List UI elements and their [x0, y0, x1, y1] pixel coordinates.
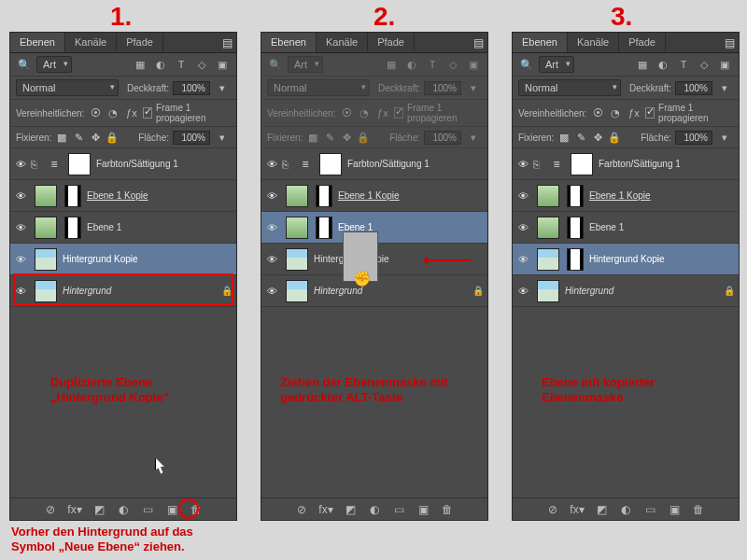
tab-paths[interactable]: Pfade — [619, 33, 666, 52]
layer-row[interactable]: 👁Ebene 1 — [513, 212, 739, 244]
visibility-icon[interactable]: 👁 — [261, 190, 282, 202]
fx-icon[interactable]: fx▾ — [570, 503, 585, 516]
propagate-checkbox[interactable] — [645, 107, 655, 119]
mask-icon[interactable]: ◩ — [343, 503, 358, 516]
mask-thumbnail[interactable] — [567, 217, 584, 239]
mask-thumbnail[interactable] — [567, 248, 584, 271]
filter-type-icon[interactable]: T — [173, 57, 190, 72]
layer-thumbnail[interactable] — [537, 280, 559, 302]
new-layer-icon[interactable]: ▣ — [667, 503, 682, 516]
filter-adjust-icon[interactable]: ◐ — [403, 57, 420, 72]
lock-pixels-icon[interactable]: ▩ — [55, 132, 68, 144]
visibility-icon[interactable]: 👁 — [513, 254, 533, 265]
layer-row[interactable]: 👁Hintergrund Kopie — [513, 244, 739, 275]
visibility-icon[interactable]: 👁 — [261, 286, 282, 297]
visibility-icon[interactable]: 👁 — [261, 222, 282, 233]
layer-name[interactable]: Hintergrund — [312, 286, 472, 296]
tab-channels[interactable]: Kanäle — [317, 33, 368, 52]
filter-smart-icon[interactable]: ▣ — [465, 57, 482, 72]
visibility-icon[interactable]: 👁 — [261, 254, 282, 265]
visibility-icon[interactable]: 👁 — [513, 190, 533, 202]
trash-icon[interactable]: 🗑 — [440, 503, 455, 516]
layer-name[interactable]: Ebene 1 Kopie — [587, 190, 739, 201]
tab-channels[interactable]: Kanäle — [568, 33, 619, 52]
layer-name[interactable]: Hintergrund Kopie — [61, 254, 236, 264]
trash-icon[interactable]: 🗑 — [691, 503, 706, 516]
layer-name[interactable]: Ebene 1 Kopie — [85, 190, 236, 201]
fx-icon[interactable]: fx▾ — [318, 503, 333, 516]
layer-thumbnail[interactable] — [286, 217, 308, 239]
layer-name[interactable]: Farbton/Sättigung 1 — [345, 159, 487, 169]
mask-thumbnail[interactable] — [567, 185, 584, 207]
adjustment-icon[interactable]: ◐ — [367, 503, 382, 516]
opacity-input[interactable]: 100% — [173, 81, 210, 95]
visibility-icon[interactable]: 👁 — [513, 222, 533, 233]
filter-shape-icon[interactable]: ◇ — [444, 57, 461, 72]
group-icon[interactable]: ▭ — [642, 503, 657, 516]
layer-name[interactable]: Hintergrund — [563, 286, 724, 296]
new-layer-icon[interactable]: ▣ — [164, 503, 179, 516]
layer-thumbnail[interactable] — [286, 280, 308, 302]
visibility-icon[interactable]: 👁 — [261, 159, 282, 170]
layer-row[interactable]: 👁Hintergrund🔒 — [513, 275, 739, 307]
blend-mode-dropdown[interactable]: Normal — [16, 79, 119, 96]
link-icon[interactable]: ⎘ — [533, 159, 546, 170]
fill-input[interactable]: 100% — [675, 131, 712, 145]
tab-paths[interactable]: Pfade — [368, 33, 415, 52]
mask-thumbnail[interactable] — [316, 185, 332, 207]
unify-vis-icon[interactable]: ◔ — [106, 105, 120, 120]
tab-paths[interactable]: Pfade — [117, 33, 163, 52]
tab-layers[interactable]: Ebenen — [10, 33, 65, 52]
search-icon[interactable]: 🔍 — [518, 57, 535, 72]
unify-style-icon[interactable]: ƒx — [124, 105, 138, 120]
visibility-icon[interactable]: 👁 — [10, 190, 31, 202]
layer-thumbnail[interactable] — [286, 248, 308, 271]
layer-row[interactable]: 👁⎘≡Farbton/Sättigung 1 — [261, 148, 487, 180]
filter-smart-icon[interactable]: ▣ — [214, 57, 231, 72]
fill-chevron-icon[interactable]: ▾ — [214, 130, 231, 145]
filter-type-dropdown[interactable]: Art — [288, 56, 323, 73]
visibility-icon[interactable]: 👁 — [10, 222, 31, 233]
propagate-checkbox[interactable] — [143, 107, 153, 119]
tab-layers[interactable]: Ebenen — [261, 33, 317, 52]
layer-row[interactable]: 👁Ebene 1 Kopie — [513, 180, 739, 212]
layer-name[interactable]: Ebene 1 — [587, 222, 739, 232]
panel-menu-icon[interactable]: ▤ — [222, 36, 233, 49]
link-icon[interactable]: ⎘ — [282, 159, 295, 170]
adjustment-icon[interactable]: ◐ — [116, 503, 131, 516]
lock-move-icon[interactable]: ✥ — [89, 132, 102, 144]
group-icon[interactable]: ▭ — [140, 503, 155, 516]
panel-menu-icon[interactable]: ▤ — [725, 36, 735, 49]
blend-mode-dropdown[interactable]: Normal — [267, 79, 370, 96]
fill-input[interactable]: 100% — [173, 131, 210, 145]
layer-row[interactable]: 👁⎘≡Farbton/Sättigung 1 — [513, 148, 739, 180]
mask-thumbnail[interactable] — [64, 185, 81, 207]
mask-icon[interactable]: ◩ — [92, 503, 106, 516]
layer-row[interactable]: 👁Ebene 1 — [10, 212, 236, 244]
layer-thumbnail[interactable] — [537, 248, 559, 271]
filter-image-icon[interactable]: ▦ — [132, 57, 148, 72]
mask-icon[interactable]: ◩ — [594, 503, 609, 516]
layer-thumbnail[interactable] — [537, 185, 559, 207]
layer-thumbnail[interactable] — [35, 185, 57, 207]
mask-thumbnail[interactable] — [319, 153, 342, 175]
layer-thumbnail[interactable] — [35, 217, 57, 239]
lock-brush-icon[interactable]: ✎ — [72, 132, 85, 144]
visibility-icon[interactable]: 👁 — [10, 159, 31, 170]
search-icon[interactable]: 🔍 — [267, 57, 284, 72]
layer-row[interactable]: 👁Hintergrund Kopie — [10, 244, 236, 275]
filter-type-icon[interactable]: T — [424, 57, 441, 72]
visibility-icon[interactable]: 👁 — [10, 254, 31, 265]
lock-all-icon[interactable]: 🔒 — [106, 132, 119, 144]
tab-layers[interactable]: Ebenen — [513, 33, 568, 52]
unify-pos-icon[interactable]: ⦿ — [88, 105, 102, 120]
link-icon[interactable]: ⎘ — [31, 159, 44, 170]
opacity-input[interactable]: 100% — [675, 81, 712, 95]
fill-input[interactable]: 100% — [424, 131, 461, 145]
visibility-icon[interactable]: 👁 — [513, 159, 533, 170]
layer-row[interactable]: 👁⎘≡Farbton/Sättigung 1 — [10, 148, 236, 180]
link-layers-icon[interactable]: ⊘ — [294, 503, 309, 516]
layer-thumbnail[interactable] — [537, 217, 559, 239]
layer-name[interactable]: Ebene 1 Kopie — [336, 190, 487, 201]
filter-adjust-icon[interactable]: ◐ — [152, 57, 169, 72]
